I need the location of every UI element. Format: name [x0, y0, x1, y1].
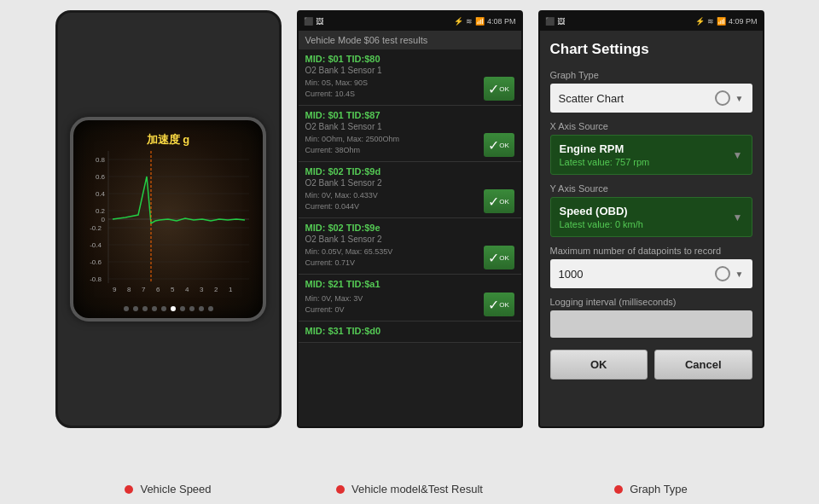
test-values-1: Min: 0S, Max: 90SCurrent: 10.4S [305, 78, 369, 99]
svg-text:9: 9 [113, 286, 117, 293]
max-chevron-down-icon: ▼ [735, 269, 744, 279]
time-2: 4:08 PM [487, 17, 516, 26]
y-axis-label: Y Axis Source [550, 183, 752, 194]
dot-10 [208, 306, 213, 311]
test-bottom-3: Min: 0V, Max: 0.433VCurrent: 0.044V ✓OK [305, 189, 514, 213]
cancel-button[interactable]: Cancel [654, 350, 752, 379]
svg-text:7: 7 [142, 286, 146, 293]
test-bottom-5: Min: 0V, Max: 3VCurrent: 0V ✓OK [305, 293, 514, 316]
x-axis-label: X Axis Source [550, 121, 752, 131]
logging-interval-input[interactable] [550, 310, 752, 338]
max-datapoints-label: Maximum number of datapoints to record [550, 246, 752, 256]
test-sub-1: O2 Bank 1 Sensor 1 [305, 66, 514, 75]
ok-check-1[interactable]: ✓OK [484, 77, 514, 101]
test-header-5: MID: $21 TID:$a1 [305, 279, 514, 289]
dot-9 [199, 306, 204, 311]
image-icon: 🖼 [316, 17, 323, 26]
test-item-3: MID: $02 TID:$9d O2 Bank 1 Sensor 2 Min:… [299, 162, 521, 218]
test-item-4: MID: $02 TID:$9e O2 Bank 1 Sensor 2 Min:… [299, 218, 521, 275]
label-text-3: Graph Type [630, 483, 688, 495]
status-bar-left-3: ⬛ 🖼 [545, 17, 565, 26]
ok-check-5[interactable]: ✓OK [484, 293, 514, 316]
x-axis-latest: Latest value: 757 rpm [560, 157, 733, 167]
dot-6 [171, 306, 176, 311]
svg-text:5: 5 [171, 286, 175, 293]
test-header-6: MID: $31 TID:$d0 [305, 326, 514, 336]
dialog-buttons: OK Cancel [550, 350, 752, 379]
screen2-title: Vehicle Mode $06 test results [299, 31, 521, 49]
y-axis-section: Y Axis Source Speed (OBD) Latest value: … [550, 183, 752, 237]
svg-text:2: 2 [214, 286, 218, 293]
test-bottom-1: Min: 0S, Max: 90SCurrent: 10.4S ✓OK [305, 77, 514, 101]
max-datapoints-dropdown[interactable]: 1000 ▼ [550, 259, 752, 288]
obd-icon-3: ⬛ [545, 17, 555, 26]
test-values-3: Min: 0V, Max: 0.433VCurrent: 0.044V [305, 190, 378, 211]
ok-check-2[interactable]: ✓OK [484, 133, 514, 157]
label-item-2: Vehicle model&Test Result [297, 483, 523, 495]
screen1-vehicle-speed: 加速度 g 0.8 0.6 0.4 [55, 10, 282, 428]
max-radio-icon [715, 266, 730, 281]
test-header-1: MID: $01 TID:$80 [305, 54, 514, 64]
chart-settings-content: Chart Settings Graph Type Scatter Chart … [540, 31, 763, 426]
max-dropdown-right: ▼ [715, 266, 744, 281]
ok-check-4[interactable]: ✓OK [484, 246, 514, 269]
test-values-4: Min: 0.05V, Max: 65.535VCurrent: 0.71V [305, 246, 393, 268]
test-item-2: MID: $01 TID:$87 O2 Bank 1 Sensor 1 Min:… [299, 106, 521, 162]
bluetooth-icon: ⚡ [454, 17, 463, 26]
wifi-icon-3: ≋ [707, 17, 714, 26]
signal-icon: 📶 [475, 17, 485, 26]
x-axis-name: Engine RPM [560, 142, 733, 155]
screen2-test-result: ⬛ 🖼 ⚡ ≋ 📶 4:08 PM Vehicle Mode $06 test … [297, 10, 523, 428]
test-item-6: MID: $31 TID:$d0 [299, 322, 521, 343]
bluetooth-icon-3: ⚡ [695, 17, 705, 26]
label-item-3: Graph Type [538, 483, 764, 495]
status-bar-right-2: ⚡ ≋ 📶 4:08 PM [454, 17, 516, 26]
ok-button[interactable]: OK [550, 350, 648, 379]
red-dot-1 [125, 485, 133, 494]
test-sub-4: O2 Bank 1 Sensor 2 [305, 235, 514, 244]
test-header-3: MID: $02 TID:$9d [305, 166, 514, 177]
x-axis-inner: Engine RPM Latest value: 757 rpm [560, 142, 733, 167]
radio-icon [715, 90, 730, 106]
x-axis-section: X Axis Source Engine RPM Latest value: 7… [550, 121, 752, 175]
speed-chart: 0.8 0.6 0.4 0.2 0 -0.2 -0.4 -0.6 -0.8 9 … [83, 142, 253, 296]
status-bar-2: ⬛ 🖼 ⚡ ≋ 📶 4:08 PM [299, 12, 521, 31]
graph-type-value: Scatter Chart [559, 92, 624, 105]
x-axis-dropdown[interactable]: Engine RPM Latest value: 757 rpm ▼ [550, 135, 752, 175]
logging-interval-section: Logging interval (milliseconds) [550, 297, 752, 338]
obd-icon: ⬛ [304, 17, 313, 26]
label-item-1: Vehicle Speed [55, 483, 282, 495]
svg-text:-0.2: -0.2 [90, 224, 102, 232]
label-text-2: Vehicle model&Test Result [351, 483, 483, 495]
svg-text:0.6: 0.6 [96, 173, 106, 181]
logging-interval-label: Logging interval (milliseconds) [550, 297, 752, 307]
svg-text:8: 8 [127, 286, 131, 293]
screens-row: 加速度 g 0.8 0.6 0.4 [38, 0, 781, 476]
chart-widget: 加速度 g 0.8 0.6 0.4 [70, 117, 266, 322]
test-sub-3: O2 Bank 1 Sensor 2 [305, 178, 514, 188]
label-text-1: Vehicle Speed [140, 483, 211, 495]
test-header-2: MID: $01 TID:$87 [305, 110, 514, 120]
dot-7 [180, 306, 185, 311]
test-item-1: MID: $01 TID:$80 O2 Bank 1 Sensor 1 Min:… [299, 49, 521, 106]
x-axis-chevron-icon: ▼ [733, 149, 743, 161]
svg-text:3: 3 [200, 286, 204, 293]
svg-text:0.2: 0.2 [96, 207, 106, 215]
graph-type-section: Graph Type Scatter Chart ▼ [550, 70, 752, 113]
graph-type-dropdown[interactable]: Scatter Chart ▼ [550, 84, 752, 113]
test-bottom-4: Min: 0.05V, Max: 65.535VCurrent: 0.71V ✓… [305, 246, 514, 269]
y-axis-dropdown[interactable]: Speed (OBD) Latest value: 0 km/h ▼ [550, 197, 752, 237]
graph-type-label: Graph Type [550, 70, 752, 80]
dot-4 [152, 306, 157, 311]
red-dot-2 [336, 485, 345, 494]
dot-3 [142, 306, 148, 311]
test-values-5: Min: 0V, Max: 3VCurrent: 0V [305, 293, 363, 315]
svg-text:0: 0 [102, 216, 106, 223]
ok-check-3[interactable]: ✓OK [484, 189, 514, 213]
y-axis-latest: Latest value: 0 km/h [560, 219, 733, 229]
svg-text:-0.6: -0.6 [90, 258, 102, 266]
red-dot-3 [614, 485, 623, 494]
main-container: 加速度 g 0.8 0.6 0.4 [0, 0, 819, 504]
max-datapoints-value: 1000 [559, 268, 584, 281]
chart-settings-title: Chart Settings [550, 41, 752, 58]
